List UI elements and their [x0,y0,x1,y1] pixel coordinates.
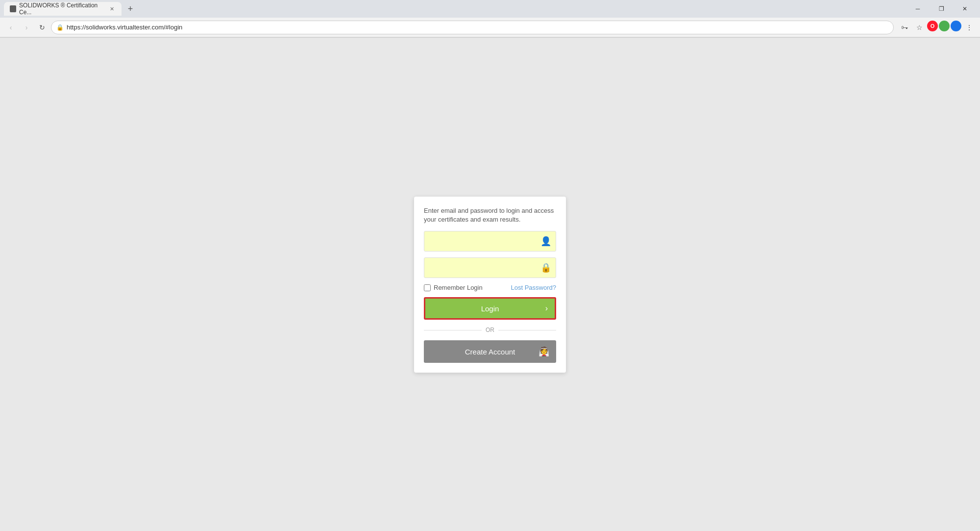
login-button[interactable]: Login › [424,297,556,320]
email-input-group: 👤 [424,231,556,252]
password-input-group: 🔒 [424,257,556,278]
remember-label[interactable]: Remember Login [424,284,483,291]
page-content: Enter email and password to login and ac… [0,38,980,531]
lost-password-link[interactable]: Lost Password? [511,284,557,291]
or-text: OR [486,327,494,333]
email-input[interactable] [424,231,556,252]
star-icon[interactable]: ☆ [912,21,926,34]
address-bar[interactable]: 🔒 https://solidworks.virtualtester.com/#… [51,21,894,34]
title-bar: SOLIDWORKS ® Certification Ce... ✕ + ─ ❐… [0,0,980,18]
minimize-button[interactable]: ─ [906,0,929,18]
lock-icon: 🔒 [56,24,64,31]
or-line-right [498,330,556,330]
menu-icon[interactable]: ⋮ [962,21,976,34]
create-account-label: Create Account [465,348,515,356]
restore-button[interactable]: ❐ [930,0,953,18]
key-icon: 🗝 [898,21,911,34]
tab-title: SOLIDWORKS ® Certification Ce... [19,2,105,16]
url-text: https://solidworks.virtualtester.com/#lo… [67,24,888,31]
add-user-icon: 👰 [539,346,549,357]
forward-button[interactable]: › [20,21,33,34]
tab-close-button[interactable]: ✕ [108,5,116,13]
or-line-left [424,330,482,330]
lock-field-icon: 🔒 [540,262,551,273]
new-tab-button[interactable]: + [123,2,137,16]
browser-chrome: SOLIDWORKS ® Certification Ce... ✕ + ─ ❐… [0,0,980,38]
back-button[interactable]: ‹ [4,21,18,34]
login-arrow-icon: › [545,304,548,313]
profile-icon[interactable] [951,21,961,31]
browser-actions: 🗝 ☆ O ⋮ [898,21,976,34]
login-card: Enter email and password to login and ac… [414,197,566,373]
close-button[interactable]: ✕ [954,0,976,18]
opera-icon: O [927,21,938,31]
password-input[interactable] [424,257,556,278]
remember-checkbox[interactable] [424,284,431,291]
refresh-button[interactable]: ↻ [35,21,49,34]
window-controls: ─ ❐ ✕ [906,0,976,18]
create-account-button[interactable]: Create Account 👰 [424,340,556,363]
login-description: Enter email and password to login and ac… [424,206,556,224]
sync-icon [939,21,950,31]
options-row: Remember Login Lost Password? [424,284,556,291]
user-icon: 👤 [540,236,551,247]
or-divider: OR [424,327,556,333]
login-button-label: Login [481,304,499,313]
browser-tab[interactable]: SOLIDWORKS ® Certification Ce... ✕ [4,2,122,16]
nav-bar: ‹ › ↻ 🔒 https://solidworks.virtualtester… [0,18,980,37]
remember-text: Remember Login [434,284,483,291]
tab-favicon [10,5,16,12]
